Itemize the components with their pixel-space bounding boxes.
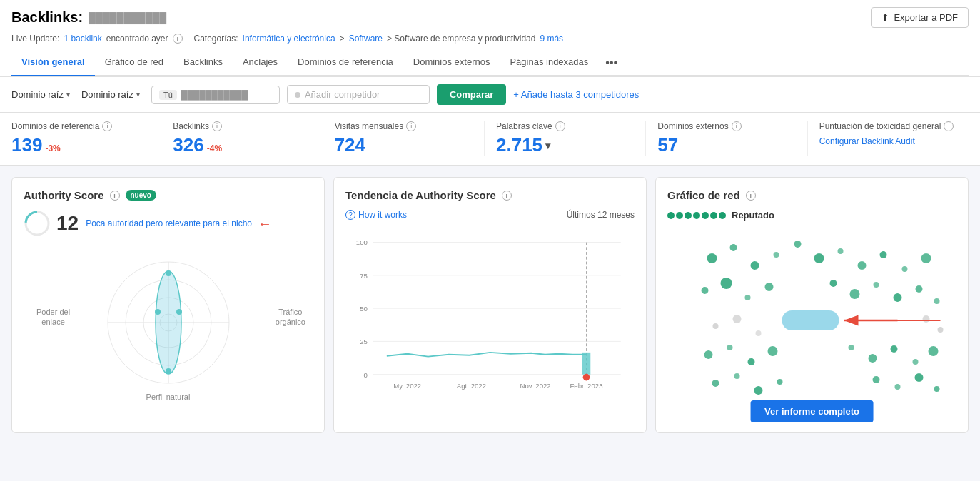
tendencia-title: Tendencia de Authority Score i (345, 189, 635, 201)
svg-point-63 (891, 345, 898, 353)
svg-text:25: 25 (360, 338, 368, 345)
how-it-works-link[interactable]: ? How it works (345, 210, 407, 220)
compare-section: Tú ███████████ Añadir competidor Compara… (151, 84, 639, 105)
svg-point-40 (902, 266, 908, 272)
backlinks-link[interactable]: 1 backlink (64, 34, 101, 44)
software-link[interactable]: Software (349, 34, 383, 44)
svg-point-12 (176, 309, 182, 315)
authority-score-title: Authority Score i nuevo (24, 189, 313, 201)
info-icon-visitas[interactable]: i (406, 121, 416, 131)
see-report-button[interactable]: Ver informe completo (750, 400, 874, 422)
red-arrow-icon: ← (258, 216, 272, 232)
network-title: Gráfico de red i (667, 189, 956, 201)
svg-point-39 (880, 251, 887, 258)
info-icon-as[interactable]: i (110, 191, 120, 201)
network-header-row: Reputado (667, 210, 956, 221)
tab-anclajes[interactable]: Anclajes (233, 51, 288, 76)
compare-button[interactable]: Comparar (437, 84, 506, 105)
svg-text:Febr. 2023: Febr. 2023 (570, 382, 602, 390)
svg-point-60 (768, 346, 778, 356)
more-tabs-button[interactable]: ••• (598, 51, 625, 75)
live-update-row: Live Update: 1 backlink encontrado ayer … (11, 34, 969, 51)
svg-text:100: 100 (356, 238, 368, 246)
rep-dot-2 (676, 212, 683, 219)
page-title: Backlinks: ███████████ (11, 9, 166, 26)
svg-text:75: 75 (360, 272, 368, 280)
info-icon-net[interactable]: i (746, 191, 756, 201)
info-icon-palabras[interactable]: i (555, 121, 565, 131)
svg-point-47 (850, 289, 860, 299)
cards-row: Authority Score i nuevo 12 Poca autorida… (0, 166, 980, 445)
info-icon[interactable]: i (173, 34, 183, 44)
svg-point-69 (777, 379, 783, 385)
as-description-link[interactable]: Poca autoridad pero relevante para el ni… (86, 218, 252, 228)
tab-dominios-referencia[interactable]: Dominios de referencia (288, 51, 403, 76)
tab-paginas-indexadas[interactable]: Páginas indexadas (500, 51, 598, 76)
add-competitors-link[interactable]: + Añade hasta 3 competidores (513, 89, 639, 100)
export-pdf-button[interactable]: ⬆ Exportar a PDF (871, 7, 969, 28)
svg-text:Nov. 2022: Nov. 2022 (520, 382, 551, 390)
metrics-row: Dominios de referencia i 139 -3% Backlin… (0, 113, 980, 166)
svg-point-44 (745, 295, 751, 300)
svg-point-10 (166, 368, 171, 374)
svg-point-54 (756, 330, 762, 336)
svg-point-65 (929, 346, 939, 356)
metric-backlinks: Backlinks i 326 -4% (161, 121, 323, 156)
svg-point-51 (934, 298, 940, 304)
rep-dot-1 (667, 212, 675, 219)
svg-point-8 (156, 271, 181, 374)
svg-point-71 (895, 384, 901, 390)
svg-point-70 (873, 376, 880, 383)
competitor-input[interactable]: Añadir competidor (287, 85, 430, 104)
svg-point-68 (754, 386, 763, 395)
tab-grafico-red[interactable]: Gráfico de red (95, 51, 173, 76)
svg-point-46 (830, 280, 837, 287)
metric-visitas-mensuales: Visitas mensuales i 724 (323, 121, 485, 156)
chevron-down-icon (66, 91, 70, 98)
info-icon-dom-ref[interactable]: i (102, 121, 112, 131)
svg-point-52 (713, 323, 719, 329)
svg-point-62 (869, 354, 877, 363)
svg-point-72 (915, 373, 924, 382)
your-domain-input: Tú ███████████ (151, 86, 280, 104)
more-categories-link[interactable]: 9 más (540, 34, 563, 44)
svg-point-29 (583, 374, 590, 381)
tab-dominios-externos[interactable]: Dominios externos (403, 51, 500, 76)
chart-header: ? How it works Últimos 12 meses (345, 210, 635, 220)
rep-label: Reputado (732, 210, 774, 221)
domain-selector-2[interactable]: Dominio raíz (81, 89, 140, 100)
svg-point-33 (751, 261, 759, 270)
configure-backlink-audit-link[interactable]: Configurar Backlink Audit (819, 136, 915, 146)
dot-icon (295, 92, 300, 98)
palabras-dropdown-icon[interactable]: ▾ (545, 140, 550, 151)
info-icon-tox[interactable]: i (944, 121, 954, 131)
tab-backlinks[interactable]: Backlinks (173, 51, 233, 76)
info-icon-tend[interactable]: i (502, 191, 512, 201)
svg-text:Agt. 2022: Agt. 2022 (457, 382, 486, 390)
domain-value: ███████████ (181, 90, 248, 100)
controls-row: Dominio raíz Dominio raíz Tú ███████████… (0, 77, 980, 113)
tab-vision-general[interactable]: Visión general (11, 51, 95, 76)
radar-chart (76, 248, 261, 398)
rep-dot-5 (702, 212, 709, 219)
you-badge: Tú (159, 90, 177, 100)
svg-point-48 (874, 282, 879, 288)
domain-name: ███████████ (89, 12, 166, 24)
svg-point-56 (938, 327, 944, 333)
as-score-row: 12 Poca autoridad pero relevante para el… (24, 210, 313, 237)
svg-point-36 (814, 253, 824, 263)
svg-point-37 (838, 248, 844, 254)
authority-score-card: Authority Score i nuevo 12 Poca autorida… (11, 177, 325, 433)
svg-point-43 (721, 278, 732, 289)
domain-selector-1[interactable]: Dominio raíz (11, 89, 70, 100)
chevron-down-icon-2 (136, 91, 140, 98)
svg-point-49 (894, 293, 902, 302)
info-icon-backlinks[interactable]: i (212, 121, 222, 131)
info-icon-dominios-ext[interactable]: i (732, 121, 742, 131)
tendencia-chart: 100 75 50 25 0 My. 2022 Agt. 2022 Nov. 2… (345, 226, 635, 397)
category-link[interactable]: Informática y electrónica (243, 34, 335, 44)
nav-tabs: Visión general Gráfico de red Backlinks … (11, 51, 969, 76)
svg-point-41 (921, 253, 931, 263)
svg-point-58 (727, 345, 733, 350)
tendencia-card: Tendencia de Authority Score i ? How it … (333, 177, 647, 433)
